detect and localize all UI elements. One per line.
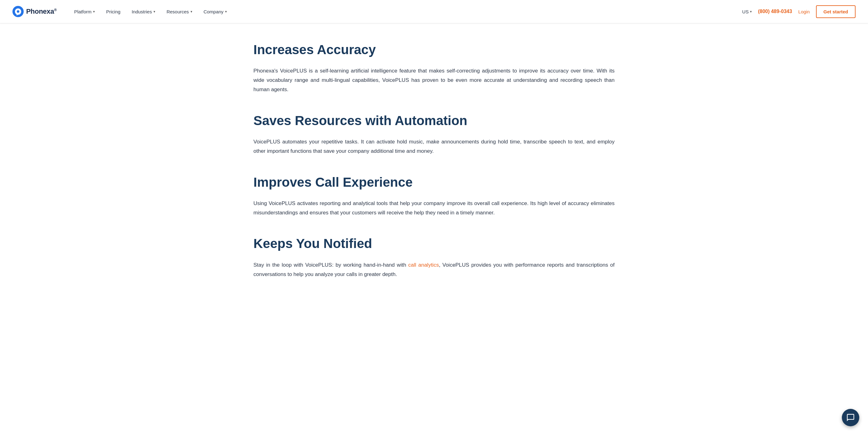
section-keeps-notified: Keeps You Notified Stay in the loop with… <box>253 236 615 279</box>
nav-industries[interactable]: Industries ▾ <box>127 6 160 17</box>
nav-platform[interactable]: Platform ▾ <box>69 6 100 17</box>
section-body-increases-accuracy: Phonexa's VoicePLUS is a self-learning a… <box>253 66 615 94</box>
section-title-improves-call: Improves Call Experience <box>253 174 615 190</box>
site-header: Phonexa® Platform ▾ Pricing Industries ▾… <box>0 0 868 23</box>
svg-point-1 <box>17 10 19 13</box>
nav-pricing[interactable]: Pricing <box>101 6 125 17</box>
company-chevron-icon: ▾ <box>225 10 227 14</box>
logo-link[interactable]: Phonexa® <box>12 6 57 17</box>
resources-chevron-icon: ▾ <box>190 10 192 14</box>
logo-text: Phonexa® <box>26 7 57 15</box>
section-title-saves-resources: Saves Resources with Automation <box>253 113 615 129</box>
section-increases-accuracy: Increases Accuracy Phonexa's VoicePLUS i… <box>253 42 615 94</box>
call-analytics-link[interactable]: call analytics <box>408 262 439 268</box>
section-improves-call: Improves Call Experience Using VoicePLUS… <box>253 174 615 218</box>
section-body-keeps-notified: Stay in the loop with VoicePLUS: by work… <box>253 261 615 279</box>
main-content: Increases Accuracy Phonexa's VoicePLUS i… <box>216 23 652 316</box>
language-selector[interactable]: US ▾ <box>742 9 752 14</box>
login-link[interactable]: Login <box>798 9 810 14</box>
phonexa-logo-icon <box>12 6 24 17</box>
section-title-keeps-notified: Keeps You Notified <box>253 236 615 252</box>
get-started-button[interactable]: Get started <box>816 5 856 18</box>
section-title-increases-accuracy: Increases Accuracy <box>253 42 615 58</box>
phone-number[interactable]: (800) 489-0343 <box>758 9 792 14</box>
section-body-saves-resources: VoicePLUS automates your repetitive task… <box>253 137 615 156</box>
section-body-improves-call: Using VoicePLUS activates reporting and … <box>253 199 615 218</box>
nav-resources[interactable]: Resources ▾ <box>162 6 197 17</box>
header-right: US ▾ (800) 489-0343 Login Get started <box>742 5 856 18</box>
platform-chevron-icon: ▾ <box>93 10 95 14</box>
nav-company[interactable]: Company ▾ <box>198 6 232 17</box>
main-nav: Platform ▾ Pricing Industries ▾ Resource… <box>69 6 742 17</box>
industries-chevron-icon: ▾ <box>154 10 155 14</box>
section-saves-resources: Saves Resources with Automation VoicePLU… <box>253 113 615 156</box>
lang-chevron-icon: ▾ <box>750 10 752 14</box>
keeps-notified-text-before: Stay in the loop with VoicePLUS: by work… <box>253 262 408 268</box>
